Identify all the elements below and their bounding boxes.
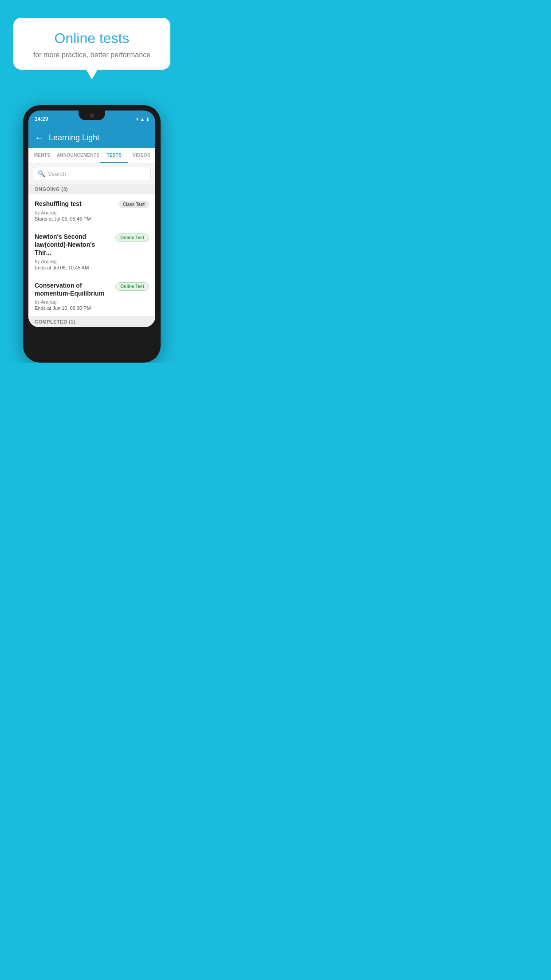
test-name: Reshuffling test: [35, 200, 115, 208]
phone-time: 14:29: [35, 116, 48, 122]
search-box[interactable]: 🔍 Search: [33, 167, 151, 180]
speech-bubble-subtitle: for more practice, better performance: [27, 51, 157, 59]
test-name: Conservation of momentum-Equilibrium: [35, 281, 112, 297]
test-badge: Online Test: [115, 282, 149, 291]
test-name: Newton's Second law(contd)-Newton's Thir…: [35, 233, 112, 257]
tab-videos[interactable]: VIDEOS: [128, 148, 155, 163]
ongoing-section-header: ONGOING (3): [28, 184, 155, 194]
test-date: Starts at Jul 05, 05:45 PM: [35, 216, 149, 221]
test-item[interactable]: Reshuffling test Class Test by Anurag St…: [28, 194, 155, 227]
test-item-top: Conservation of momentum-Equilibrium Onl…: [35, 281, 149, 297]
phone-mockup-wrapper: 14:29 ▾ ▲ ▮ ← Learning Light MENTS: [0, 92, 184, 363]
test-badge: Class Test: [118, 201, 149, 208]
search-container: 🔍 Search: [28, 163, 155, 184]
back-button[interactable]: ←: [35, 133, 43, 143]
app-header: ← Learning Light: [28, 127, 155, 148]
phone-screen: ← Learning Light MENTS ANNOUNCEMENTS TES…: [28, 127, 155, 327]
signal-icon: ▲: [140, 117, 145, 122]
phone-camera: [90, 114, 94, 118]
search-placeholder: Search: [48, 170, 66, 177]
status-icons: ▾ ▲ ▮: [136, 117, 149, 122]
test-date: Ends at Jun 10, 06:00 PM: [35, 305, 149, 311]
battery-icon: ▮: [146, 117, 149, 122]
status-bar: 14:29 ▾ ▲ ▮: [28, 111, 155, 127]
test-date: Ends at Jul 06, 10:45 AM: [35, 265, 149, 270]
speech-bubble-title: Online tests: [27, 30, 157, 47]
test-by: by Anurag: [35, 299, 149, 304]
test-by: by Anurag: [35, 259, 149, 264]
completed-section-header: COMPLETED (1): [28, 316, 155, 327]
speech-bubble: Online tests for more practice, better p…: [13, 18, 170, 70]
tabs-bar: MENTS ANNOUNCEMENTS TESTS VIDEOS: [28, 148, 155, 163]
test-badge: Online Test: [115, 233, 149, 242]
test-item[interactable]: Conservation of momentum-Equilibrium Onl…: [28, 276, 155, 316]
tab-tests[interactable]: TESTS: [100, 148, 128, 163]
test-item-top: Newton's Second law(contd)-Newton's Thir…: [35, 233, 149, 257]
search-icon: 🔍: [38, 170, 45, 177]
test-by: by Anurag: [35, 210, 149, 215]
phone-outer: 14:29 ▾ ▲ ▮ ← Learning Light MENTS: [23, 105, 161, 363]
speech-bubble-section: Online tests for more practice, better p…: [0, 0, 184, 92]
tab-ments[interactable]: MENTS: [28, 148, 56, 163]
phone-notch: [79, 111, 105, 120]
wifi-icon: ▾: [136, 117, 138, 122]
test-item-top: Reshuffling test Class Test: [35, 200, 149, 208]
app-title: Learning Light: [49, 133, 99, 142]
tab-announcements[interactable]: ANNOUNCEMENTS: [56, 148, 101, 163]
test-item[interactable]: Newton's Second law(contd)-Newton's Thir…: [28, 227, 155, 276]
